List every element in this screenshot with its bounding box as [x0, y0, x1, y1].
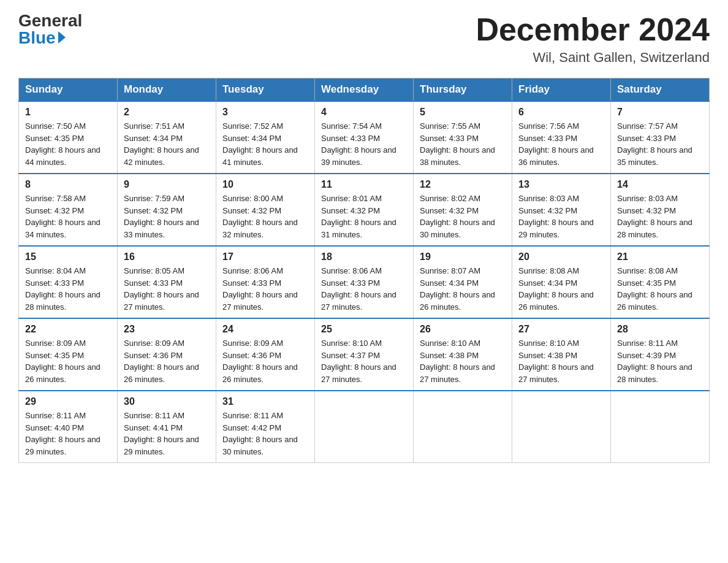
calendar-day-cell: 29 Sunrise: 8:11 AMSunset: 4:40 PMDaylig… [19, 391, 118, 463]
day-number: 29 [25, 396, 111, 407]
day-info: Sunrise: 8:08 AMSunset: 4:34 PMDaylight:… [518, 266, 594, 312]
day-info: Sunrise: 8:07 AMSunset: 4:34 PMDaylight:… [420, 266, 495, 312]
empty-cell [611, 391, 710, 463]
empty-cell [414, 391, 512, 463]
day-info: Sunrise: 8:01 AMSunset: 4:32 PMDaylight:… [321, 194, 396, 239]
day-info: Sunrise: 8:04 AMSunset: 4:33 PMDaylight:… [25, 266, 100, 312]
calendar-day-cell: 1 Sunrise: 7:50 AMSunset: 4:35 PMDayligh… [19, 101, 118, 174]
column-header-saturday: Saturday [611, 79, 710, 102]
column-header-sunday: Sunday [19, 79, 118, 102]
day-number: 14 [617, 179, 703, 190]
calendar-day-cell: 17 Sunrise: 8:06 AMSunset: 4:33 PMDaylig… [216, 246, 315, 318]
day-info: Sunrise: 8:09 AMSunset: 4:36 PMDaylight:… [222, 339, 298, 384]
day-info: Sunrise: 7:59 AMSunset: 4:32 PMDaylight:… [124, 194, 199, 239]
column-header-thursday: Thursday [414, 79, 512, 102]
day-number: 4 [321, 107, 407, 118]
calendar-day-cell: 22 Sunrise: 8:09 AMSunset: 4:35 PMDaylig… [19, 318, 118, 391]
empty-cell [315, 391, 414, 463]
column-header-monday: Monday [118, 79, 216, 102]
day-info: Sunrise: 8:08 AMSunset: 4:35 PMDaylight:… [617, 266, 692, 312]
day-info: Sunrise: 7:58 AMSunset: 4:32 PMDaylight:… [25, 194, 100, 239]
day-info: Sunrise: 8:06 AMSunset: 4:33 PMDaylight:… [321, 266, 396, 312]
day-number: 22 [25, 324, 111, 335]
day-info: Sunrise: 7:54 AMSunset: 4:33 PMDaylight:… [321, 121, 396, 167]
day-number: 27 [518, 324, 604, 335]
calendar-day-cell: 5 Sunrise: 7:55 AMSunset: 4:33 PMDayligh… [414, 101, 512, 174]
calendar-week-row: 1 Sunrise: 7:50 AMSunset: 4:35 PMDayligh… [19, 101, 710, 174]
day-number: 31 [222, 396, 308, 407]
day-info: Sunrise: 7:50 AMSunset: 4:35 PMDaylight:… [25, 121, 100, 167]
calendar-week-row: 29 Sunrise: 8:11 AMSunset: 4:40 PMDaylig… [19, 391, 710, 463]
calendar-day-cell: 12 Sunrise: 8:02 AMSunset: 4:32 PMDaylig… [414, 174, 512, 246]
day-number: 17 [222, 251, 308, 262]
calendar-day-cell: 2 Sunrise: 7:51 AMSunset: 4:34 PMDayligh… [118, 101, 216, 174]
day-number: 28 [617, 324, 703, 335]
calendar-day-cell: 18 Sunrise: 8:06 AMSunset: 4:33 PMDaylig… [315, 246, 414, 318]
day-info: Sunrise: 7:51 AMSunset: 4:34 PMDaylight:… [124, 121, 199, 167]
calendar-day-cell: 24 Sunrise: 8:09 AMSunset: 4:36 PMDaylig… [216, 318, 315, 391]
column-header-friday: Friday [512, 79, 611, 102]
day-info: Sunrise: 8:03 AMSunset: 4:32 PMDaylight:… [617, 194, 692, 239]
column-header-tuesday: Tuesday [216, 79, 315, 102]
day-info: Sunrise: 7:56 AMSunset: 4:33 PMDaylight:… [518, 121, 594, 167]
calendar-day-cell: 10 Sunrise: 8:00 AMSunset: 4:32 PMDaylig… [216, 174, 315, 246]
day-number: 21 [617, 251, 703, 262]
calendar-day-cell: 28 Sunrise: 8:11 AMSunset: 4:39 PMDaylig… [611, 318, 710, 391]
day-info: Sunrise: 8:03 AMSunset: 4:32 PMDaylight:… [518, 194, 594, 239]
day-info: Sunrise: 7:52 AMSunset: 4:34 PMDaylight:… [222, 121, 298, 167]
day-number: 25 [321, 324, 407, 335]
calendar-day-cell: 21 Sunrise: 8:08 AMSunset: 4:35 PMDaylig… [611, 246, 710, 318]
day-info: Sunrise: 8:09 AMSunset: 4:36 PMDaylight:… [124, 339, 199, 384]
day-number: 23 [124, 324, 210, 335]
page-header: General Blue December 2024 Wil, Saint Ga… [18, 12, 710, 66]
empty-cell [512, 391, 611, 463]
day-info: Sunrise: 8:02 AMSunset: 4:32 PMDaylight:… [420, 194, 495, 239]
logo-general-text: General [18, 12, 82, 29]
calendar-table: SundayMondayTuesdayWednesdayThursdayFrid… [18, 78, 710, 463]
calendar-day-cell: 15 Sunrise: 8:04 AMSunset: 4:33 PMDaylig… [19, 246, 118, 318]
calendar-day-cell: 11 Sunrise: 8:01 AMSunset: 4:32 PMDaylig… [315, 174, 414, 246]
calendar-header-row: SundayMondayTuesdayWednesdayThursdayFrid… [19, 79, 710, 102]
day-info: Sunrise: 8:11 AMSunset: 4:41 PMDaylight:… [124, 411, 199, 456]
calendar-day-cell: 6 Sunrise: 7:56 AMSunset: 4:33 PMDayligh… [512, 101, 611, 174]
calendar-day-cell: 31 Sunrise: 8:11 AMSunset: 4:42 PMDaylig… [216, 391, 315, 463]
day-number: 8 [25, 179, 111, 190]
title-section: December 2024 Wil, Saint Gallen, Switzer… [476, 12, 710, 66]
calendar-day-cell: 27 Sunrise: 8:10 AMSunset: 4:38 PMDaylig… [512, 318, 611, 391]
day-number: 11 [321, 179, 407, 190]
calendar-day-cell: 7 Sunrise: 7:57 AMSunset: 4:33 PMDayligh… [611, 101, 710, 174]
logo-blue-text: Blue [18, 29, 66, 47]
calendar-week-row: 22 Sunrise: 8:09 AMSunset: 4:35 PMDaylig… [19, 318, 710, 391]
day-info: Sunrise: 8:10 AMSunset: 4:38 PMDaylight:… [420, 339, 495, 384]
calendar-day-cell: 16 Sunrise: 8:05 AMSunset: 4:33 PMDaylig… [118, 246, 216, 318]
day-number: 10 [222, 179, 308, 190]
day-info: Sunrise: 8:11 AMSunset: 4:40 PMDaylight:… [25, 411, 100, 456]
day-number: 5 [420, 107, 506, 118]
calendar-day-cell: 23 Sunrise: 8:09 AMSunset: 4:36 PMDaylig… [118, 318, 216, 391]
day-info: Sunrise: 8:05 AMSunset: 4:33 PMDaylight:… [124, 266, 199, 312]
day-number: 9 [124, 179, 210, 190]
location-subtitle: Wil, Saint Gallen, Switzerland [476, 50, 710, 66]
day-info: Sunrise: 8:11 AMSunset: 4:42 PMDaylight:… [222, 411, 298, 456]
day-number: 6 [518, 107, 604, 118]
day-number: 18 [321, 251, 407, 262]
calendar-day-cell: 13 Sunrise: 8:03 AMSunset: 4:32 PMDaylig… [512, 174, 611, 246]
calendar-week-row: 15 Sunrise: 8:04 AMSunset: 4:33 PMDaylig… [19, 246, 710, 318]
calendar-week-row: 8 Sunrise: 7:58 AMSunset: 4:32 PMDayligh… [19, 174, 710, 246]
day-number: 2 [124, 107, 210, 118]
day-number: 16 [124, 251, 210, 262]
calendar-day-cell: 4 Sunrise: 7:54 AMSunset: 4:33 PMDayligh… [315, 101, 414, 174]
day-number: 12 [420, 179, 506, 190]
day-info: Sunrise: 8:06 AMSunset: 4:33 PMDaylight:… [222, 266, 298, 312]
day-number: 24 [222, 324, 308, 335]
calendar-day-cell: 8 Sunrise: 7:58 AMSunset: 4:32 PMDayligh… [19, 174, 118, 246]
day-info: Sunrise: 8:10 AMSunset: 4:38 PMDaylight:… [518, 339, 594, 384]
calendar-day-cell: 26 Sunrise: 8:10 AMSunset: 4:38 PMDaylig… [414, 318, 512, 391]
calendar-day-cell: 25 Sunrise: 8:10 AMSunset: 4:37 PMDaylig… [315, 318, 414, 391]
calendar-day-cell: 9 Sunrise: 7:59 AMSunset: 4:32 PMDayligh… [118, 174, 216, 246]
day-info: Sunrise: 8:09 AMSunset: 4:35 PMDaylight:… [25, 339, 100, 384]
calendar-day-cell: 3 Sunrise: 7:52 AMSunset: 4:34 PMDayligh… [216, 101, 315, 174]
day-info: Sunrise: 7:55 AMSunset: 4:33 PMDaylight:… [420, 121, 495, 167]
day-info: Sunrise: 7:57 AMSunset: 4:33 PMDaylight:… [617, 121, 692, 167]
day-number: 3 [222, 107, 308, 118]
